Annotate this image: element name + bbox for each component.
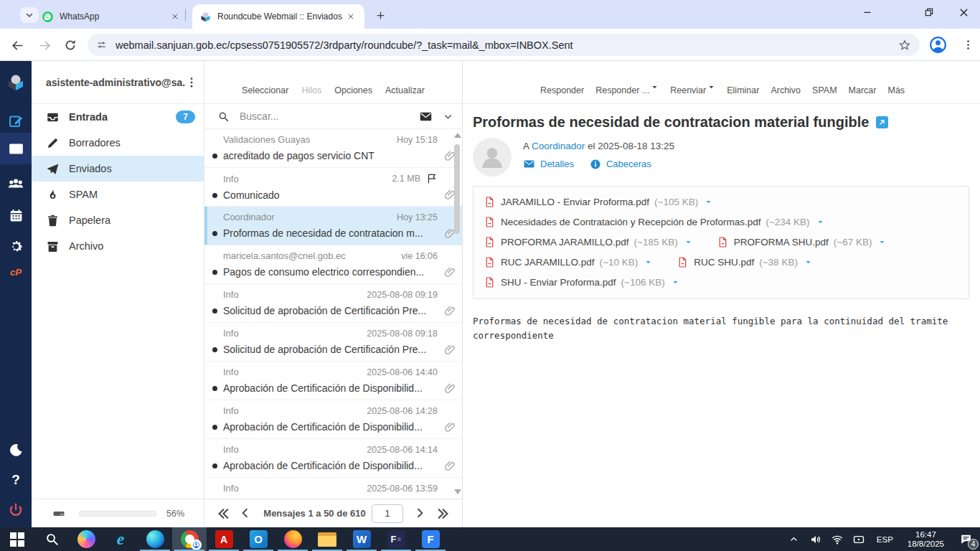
nav-contacts-button[interactable]	[0, 170, 32, 199]
message-row[interactable]: Info2025-08-06 14:40 Aprobación de Certi…	[204, 362, 462, 400]
help-button[interactable]: ?	[0, 466, 32, 494]
threads-button[interactable]: Hilos	[301, 67, 321, 95]
delete-button[interactable]: Eliminar	[727, 67, 759, 95]
taskbar-search-button[interactable]	[34, 527, 69, 551]
back-button[interactable]	[7, 35, 27, 55]
attachment-menu-icon[interactable]	[878, 238, 886, 246]
dark-mode-button[interactable]	[0, 435, 32, 464]
attachment-menu-icon[interactable]	[672, 278, 679, 286]
nav-settings-button[interactable]	[0, 232, 32, 260]
cast-icon[interactable]	[848, 527, 870, 551]
scroll-up-icon[interactable]	[454, 133, 461, 138]
attachment-menu-icon[interactable]	[816, 218, 824, 226]
tab-close-icon[interactable]	[169, 10, 182, 23]
forward-menu-icon[interactable]	[707, 83, 715, 91]
address-bar[interactable]	[88, 34, 920, 56]
message-row-selected[interactable]: CoordinadorHoy 13:25 Proformas de necesi…	[204, 207, 462, 245]
folder-entrada[interactable]: Entrada 7	[32, 104, 204, 130]
attachment-menu-icon[interactable]	[644, 258, 652, 266]
last-page-button[interactable]	[436, 507, 451, 521]
message-row[interactable]: Info2025-08-08 09:19 Solicitud de aproba…	[204, 284, 462, 323]
compose-button[interactable]	[0, 107, 32, 136]
clock[interactable]: 16:47 18/8/2025	[900, 530, 951, 549]
scroll-down-icon[interactable]	[454, 489, 461, 494]
message-row[interactable]: Info2.1 MB Comunicado	[204, 168, 462, 207]
archive-button[interactable]: Archivo	[771, 67, 801, 95]
volume-icon[interactable]	[805, 527, 826, 551]
browser-profile-icon[interactable]	[928, 35, 948, 55]
message-row[interactable]: Info2025-08-06 14:14 Aprobación de Certi…	[204, 439, 462, 478]
first-page-button[interactable]	[216, 507, 230, 521]
attachment[interactable]: SHU - Enviar Proforma.pdf (~106 KB)	[484, 276, 679, 288]
window-minimize-button[interactable]	[851, 0, 884, 24]
browser-menu-icon[interactable]	[960, 35, 976, 55]
file-explorer-button[interactable]	[310, 527, 344, 551]
attachment[interactable]: JARAMILLO - Enviar Proforma.pdf (~105 KB…	[484, 196, 712, 208]
next-page-button[interactable]	[413, 507, 428, 521]
recipient-link[interactable]: Coordinador	[532, 141, 585, 151]
bookmark-star-icon[interactable]	[898, 39, 911, 52]
details-link[interactable]: Detalles	[523, 158, 574, 170]
logout-button[interactable]	[0, 496, 32, 524]
app-f-dark-button[interactable]: F≡	[379, 527, 413, 551]
folder-enviados[interactable]: Enviados	[32, 156, 204, 182]
search-options-chevron-icon[interactable]	[443, 111, 453, 122]
headers-link[interactable]: Cabeceras	[590, 159, 651, 170]
message-row[interactable]: Validaciones GuayasHoy 15:18 acreditado …	[204, 129, 462, 168]
reply-all-menu-icon[interactable]	[651, 83, 659, 91]
language-indicator[interactable]: ESP	[870, 535, 900, 544]
attachment[interactable]: RUC SHU.pdf (~38 KB)	[677, 256, 812, 268]
url-input[interactable]	[114, 39, 898, 52]
tab-close-icon[interactable]	[344, 10, 357, 23]
folder-papelera[interactable]: Papelera	[32, 207, 204, 233]
forward-button[interactable]	[34, 35, 55, 55]
scrollbar-thumb[interactable]	[454, 144, 460, 234]
nav-calendar-button[interactable]	[0, 201, 32, 230]
refresh-button[interactable]: Actualizar	[385, 67, 425, 95]
app-f-blue-button[interactable]: F	[413, 527, 448, 551]
spam-button[interactable]: SPAM	[812, 67, 837, 95]
more-button[interactable]: Más	[887, 67, 905, 95]
list-scrollbar[interactable]	[453, 131, 461, 496]
message-row[interactable]: maricela.santos@cnel.gob.ecvie 16:06 Pag…	[204, 245, 462, 284]
outlook-button[interactable]: O	[241, 527, 275, 551]
window-close-button[interactable]	[947, 0, 980, 24]
notification-center-button[interactable]: 4	[951, 527, 980, 551]
message-row[interactable]: Info2025-08-06 13:59	[204, 478, 462, 499]
mark-button[interactable]: Marcar	[849, 67, 877, 95]
window-restore-button[interactable]	[913, 0, 946, 24]
attachment-menu-icon[interactable]	[684, 238, 692, 246]
copilot-button[interactable]	[69, 527, 103, 551]
site-info-icon[interactable]	[96, 39, 107, 50]
edge-button[interactable]	[138, 527, 172, 551]
attachment[interactable]: PROFORMA SHU.pdf (~67 KB)	[717, 236, 887, 248]
options-button[interactable]: Opciones	[334, 67, 372, 95]
prev-page-button[interactable]	[239, 507, 253, 521]
attachment[interactable]: Necesidades de Contratación y Recepción …	[484, 216, 824, 228]
start-button[interactable]	[0, 527, 34, 551]
folder-spam[interactable]: SPAM	[32, 182, 204, 207]
open-in-new-window-icon[interactable]	[876, 116, 888, 128]
account-menu-icon[interactable]	[185, 76, 198, 89]
attachment[interactable]: RUC JARAMILLO.pdf (~10 KB)	[484, 256, 652, 268]
select-button[interactable]: Seleccionar	[242, 67, 288, 95]
attachment-menu-icon[interactable]	[705, 198, 712, 206]
attachment-menu-icon[interactable]	[804, 258, 812, 266]
reply-button[interactable]: Responder	[540, 67, 584, 95]
forward-button[interactable]: Reenviar	[670, 67, 706, 95]
folder-borradores[interactable]: Borradores	[32, 130, 204, 156]
reply-all-button[interactable]: Responder ...	[595, 67, 649, 95]
tray-chevron-icon[interactable]	[783, 527, 805, 551]
new-tab-button[interactable]	[372, 6, 389, 24]
message-row[interactable]: Info2025-08-06 14:28 Aprobación de Certi…	[204, 400, 462, 439]
attachment[interactable]: PROFORMA JARAMILLO.pdf (~185 KB)	[484, 236, 692, 248]
nav-mail-button[interactable]	[0, 133, 32, 164]
chrome-button[interactable]	[172, 527, 207, 551]
cpanel-button[interactable]: cP	[0, 258, 32, 286]
reload-button[interactable]	[60, 35, 80, 55]
message-row[interactable]: Info2025-08-08 09:18 Solicitud de aproba…	[204, 323, 462, 362]
acrobat-button[interactable]: A	[207, 527, 241, 551]
internet-explorer-button[interactable]: e	[103, 527, 138, 551]
word-button[interactable]: W	[344, 527, 379, 551]
folder-archivo[interactable]: Archivo	[32, 233, 204, 259]
